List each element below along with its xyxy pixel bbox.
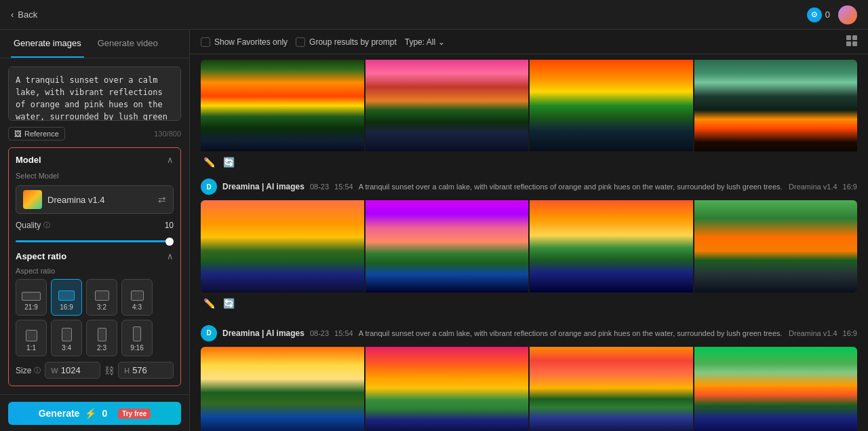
quality-slider-wrap — [16, 234, 174, 244]
height-input-wrap: H — [118, 362, 174, 379]
generate-button[interactable]: Generate ⚡ 0 Try free — [8, 402, 181, 425]
result-image-2-2[interactable] — [366, 347, 529, 431]
prompt-textarea[interactable] — [8, 67, 181, 121]
tab-generate-images[interactable]: Generate images — [11, 30, 84, 58]
main-layout: Generate images Generate video 🖼 Referen… — [0, 30, 868, 431]
result-image-1-1[interactable] — [201, 200, 364, 292]
result-prompt-2: A tranquil sunset over a calm lake, with… — [359, 329, 783, 337]
edit-icon-1[interactable]: ✏️ — [202, 297, 216, 310]
width-input[interactable] — [61, 365, 94, 375]
svg-rect-2 — [846, 41, 851, 46]
back-button[interactable]: ‹ Back — [11, 10, 37, 20]
top-image-actions: ✏️ 🔄 — [201, 151, 857, 173]
show-favorites-label: Show Favorites only — [214, 37, 288, 47]
height-input[interactable] — [132, 365, 167, 375]
aspect-shape-21-9 — [22, 292, 41, 301]
generate-count: 0 — [102, 408, 107, 419]
group-results-label: Group results by prompt — [309, 37, 397, 47]
result-meta-1: Dreamina | AI images 08-23 15:54 A tranq… — [222, 182, 857, 191]
result-image-2-4[interactable] — [694, 347, 858, 431]
width-input-wrap: W — [45, 362, 100, 379]
credits-icon: ⊙ — [807, 7, 822, 22]
result-image-2-3[interactable] — [530, 347, 693, 431]
result-date-1: 08-23 — [310, 183, 329, 191]
top-image-4[interactable] — [694, 60, 858, 151]
chevron-down-icon: ⌄ — [438, 37, 445, 47]
aspect-ratio-grid: 21:9 16:9 3:2 4:3 — [16, 279, 174, 356]
group-results-filter[interactable]: Group results by prompt — [296, 37, 397, 47]
aspect-shape-3-2 — [95, 291, 109, 301]
char-count: 130/800 — [154, 130, 181, 138]
chevron-left-icon: ‹ — [11, 10, 14, 20]
result-source-2: Dreamina | AI images — [222, 329, 304, 338]
result-avatar-2: D — [201, 325, 217, 341]
model-thumbnail — [23, 190, 42, 209]
result-image-1-3[interactable] — [530, 200, 693, 292]
refresh-icon-top[interactable]: 🔄 — [222, 155, 236, 169]
aspect-btn-3-2[interactable]: 3:2 — [86, 279, 117, 316]
info-icon: ⓘ — [43, 221, 50, 230]
top-image-2[interactable] — [366, 60, 529, 151]
show-favorites-filter[interactable]: Show Favorites only — [201, 37, 288, 47]
aspect-shape-2-3 — [98, 328, 106, 341]
top-image-3[interactable] — [530, 60, 693, 151]
aspect-btn-16-9[interactable]: 16:9 — [51, 279, 82, 316]
image-grid-2 — [201, 347, 857, 431]
result-ratio-2: 16:9 — [843, 329, 857, 337]
top-image-1[interactable] — [201, 60, 364, 151]
quality-value: 10 — [165, 221, 174, 230]
svg-rect-3 — [852, 41, 857, 46]
model-title: Model — [16, 155, 41, 165]
generate-label: Generate — [39, 408, 80, 419]
result-image-1-4[interactable] — [694, 200, 858, 292]
settings-section: Model ∧ Select Model Dreamina v1.4 ⇄ Qua… — [8, 147, 181, 386]
model-selector[interactable]: Dreamina v1.4 ⇄ — [16, 185, 174, 214]
result-group-2: D Dreamina | AI images 08-23 15:54 A tra… — [201, 325, 857, 431]
aspect-ratio-section-header: Aspect ratio ∧ — [16, 251, 174, 261]
image-grid-1 — [201, 200, 857, 292]
prompt-footer: 🖼 Reference 130/800 — [8, 127, 181, 140]
aspect-btn-21-9[interactable]: 21:9 — [16, 279, 47, 316]
left-panel: Generate images Generate video 🖼 Referen… — [0, 30, 190, 431]
aspect-ratio-sublabel: Aspect ratio — [16, 267, 174, 275]
generate-icon: ⚡ — [85, 408, 96, 419]
result-date-2: 08-23 — [310, 329, 329, 337]
aspect-btn-3-4[interactable]: 3:4 — [51, 320, 82, 356]
edit-icon-top[interactable]: ✏️ — [202, 155, 216, 169]
aspect-btn-9-16[interactable]: 9:16 — [121, 320, 153, 356]
result-ratio-1: 16:9 — [843, 183, 857, 191]
avatar[interactable] — [838, 5, 857, 24]
type-filter[interactable]: Type: All ⌄ — [405, 37, 445, 47]
aspect-shape-16-9 — [58, 291, 75, 301]
aspect-shape-3-4 — [62, 328, 72, 341]
top-bar: ‹ Back ⊙ 0 — [0, 0, 868, 30]
result-avatar-1: D — [201, 179, 217, 195]
show-favorites-checkbox[interactable] — [201, 37, 210, 47]
height-prefix: H — [124, 367, 130, 375]
aspect-chevron-up-icon: ∧ — [167, 251, 174, 261]
tab-generate-video[interactable]: Generate video — [95, 30, 161, 58]
result-image-2-1[interactable] — [201, 347, 364, 431]
group-results-checkbox[interactable] — [296, 37, 305, 47]
filter-bar: Show Favorites only Group results by pro… — [190, 30, 868, 54]
aspect-btn-1-1[interactable]: 1:1 — [16, 320, 47, 356]
aspect-btn-4-3[interactable]: 4:3 — [121, 279, 153, 316]
reference-button[interactable]: 🖼 Reference — [8, 127, 65, 140]
link-icon[interactable]: ⛓ — [104, 365, 114, 376]
quality-label: Quality ⓘ — [16, 221, 50, 230]
model-section-header: Model ∧ — [16, 155, 174, 165]
aspect-shape-1-1 — [26, 330, 37, 341]
result-meta-2: Dreamina | AI images 08-23 15:54 A tranq… — [222, 329, 857, 338]
refresh-icon-1[interactable]: 🔄 — [222, 297, 236, 310]
result-header-1: D Dreamina | AI images 08-23 15:54 A tra… — [201, 179, 857, 195]
results-area: ✏️ 🔄 D Dreamina | AI images 08-23 15:54 … — [190, 54, 868, 431]
quality-slider[interactable] — [16, 240, 174, 242]
result-image-1-2[interactable] — [366, 200, 529, 292]
grid-view-icon[interactable] — [846, 35, 857, 48]
credits-count: 0 — [825, 10, 830, 20]
settings-icon[interactable]: ⇄ — [158, 194, 166, 205]
result-time-2: 15:54 — [334, 329, 353, 337]
quality-row: Quality ⓘ 10 — [16, 221, 174, 230]
size-row: Size ⓘ W ⛓ H — [16, 362, 174, 379]
aspect-btn-2-3[interactable]: 2:3 — [86, 320, 117, 356]
